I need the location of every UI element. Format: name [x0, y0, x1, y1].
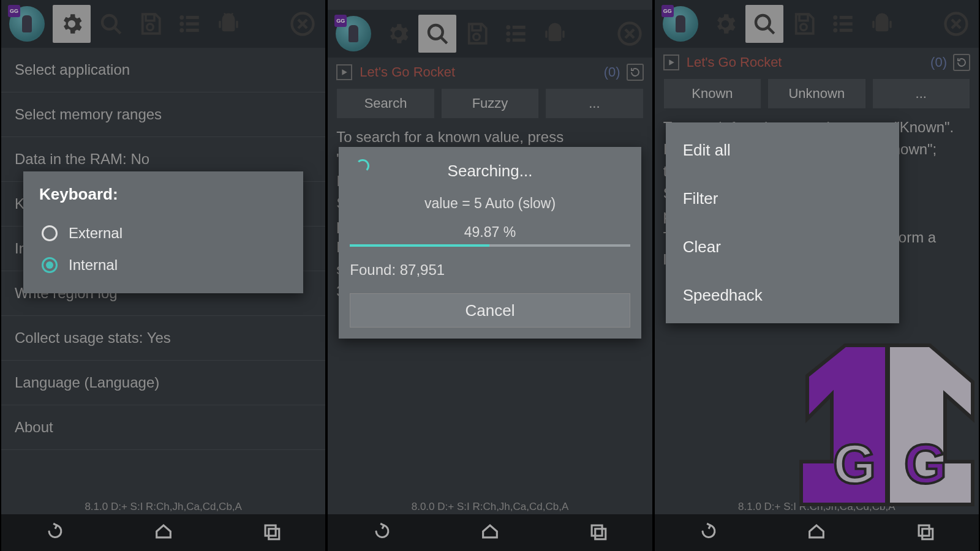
recent-icon[interactable]: [261, 521, 282, 544]
dialog-found: Found: 87,951: [350, 261, 630, 279]
setting-about[interactable]: About: [1, 405, 325, 450]
svg-point-23: [507, 25, 511, 29]
svg-line-38: [768, 28, 774, 34]
tab-known[interactable]: Known: [663, 78, 761, 109]
radio-internal[interactable]: Internal: [39, 249, 287, 281]
context-menu: Edit all Filter Clear Speedhack: [666, 122, 899, 323]
svg-rect-17: [265, 525, 276, 536]
save-icon[interactable]: [458, 15, 496, 53]
svg-rect-18: [269, 529, 279, 539]
settings-icon[interactable]: [706, 5, 744, 43]
search-icon[interactable]: [92, 5, 130, 43]
tab-search[interactable]: Search: [336, 88, 434, 119]
android-icon[interactable]: [863, 5, 901, 43]
nav-bar: [655, 514, 979, 551]
app-icon[interactable]: GG: [331, 12, 375, 56]
back-icon[interactable]: [698, 521, 719, 544]
svg-rect-47: [872, 21, 875, 28]
toolbar: GG: [328, 10, 652, 58]
radio-label: Internal: [69, 257, 118, 274]
list-icon[interactable]: [824, 5, 862, 43]
tab-row: Search Fuzzy ...: [328, 83, 652, 122]
refresh-icon[interactable]: [953, 54, 970, 71]
toolbar: GG: [1, 0, 325, 48]
dialog-value: value = 5 Auto (slow): [350, 195, 630, 212]
save-icon[interactable]: [131, 5, 169, 43]
tab-more[interactable]: ...: [545, 88, 643, 119]
svg-rect-48: [889, 21, 892, 28]
home-icon[interactable]: [153, 521, 174, 544]
settings-icon[interactable]: [379, 15, 417, 53]
list-icon[interactable]: [170, 5, 208, 43]
tab-row: Known Unknown ...: [655, 73, 979, 113]
progress-fill: [350, 244, 489, 247]
play-icon[interactable]: [336, 64, 352, 80]
dialog-title: Keyboard:: [39, 185, 287, 204]
cancel-button[interactable]: Cancel: [350, 293, 630, 328]
refresh-icon[interactable]: [627, 64, 644, 81]
setting-select-app[interactable]: Select application: [1, 48, 325, 92]
close-icon[interactable]: [611, 15, 649, 53]
tab-fuzzy[interactable]: Fuzzy: [441, 88, 539, 119]
tab-unknown[interactable]: Unknown: [767, 78, 865, 109]
list-icon[interactable]: [497, 15, 535, 53]
setting-usage-stats[interactable]: Collect usage stats: Yes: [1, 316, 325, 361]
menu-filter[interactable]: Filter: [666, 174, 899, 223]
version-line: 8.1.0 D:+ S:I R:Ch,Jh,Ca,Cd,Cb,A: [1, 498, 325, 514]
nav-bar: [328, 514, 652, 551]
svg-point-0: [102, 15, 116, 29]
settings-icon[interactable]: [53, 5, 91, 43]
tab-more[interactable]: ...: [872, 78, 970, 109]
version-line: 8.0.0 D:+ S:I R:Ch,Jh,Ca,Cd,Cb,A: [328, 498, 652, 514]
radio-label: External: [69, 225, 123, 242]
game-title-row: Let's Go Rocket (0): [655, 48, 979, 73]
svg-point-37: [756, 15, 770, 29]
svg-rect-30: [563, 31, 565, 38]
play-icon[interactable]: [663, 54, 679, 70]
android-icon[interactable]: [209, 5, 247, 43]
svg-rect-54: [922, 529, 933, 539]
setting-memory-ranges[interactable]: Select memory ranges: [1, 92, 325, 137]
android-icon[interactable]: [536, 15, 574, 53]
svg-point-41: [833, 15, 837, 20]
close-icon[interactable]: [284, 5, 322, 43]
save-icon[interactable]: [785, 5, 823, 43]
menu-edit-all[interactable]: Edit all: [666, 126, 899, 174]
svg-point-19: [429, 25, 443, 39]
keyboard-dialog: Keyboard: External Internal: [23, 171, 303, 293]
svg-rect-24: [513, 26, 526, 29]
close-icon[interactable]: [937, 5, 975, 43]
svg-point-43: [833, 22, 837, 26]
svg-rect-44: [839, 22, 852, 25]
nav-bar: [1, 514, 325, 551]
app-icon[interactable]: GG: [658, 2, 703, 46]
menu-clear[interactable]: Clear: [666, 223, 899, 271]
svg-line-1: [115, 28, 121, 34]
svg-rect-5: [186, 16, 199, 19]
svg-rect-29: [546, 31, 548, 38]
recent-icon[interactable]: [587, 521, 608, 544]
home-icon[interactable]: [806, 521, 827, 544]
toolbar: GG: [655, 0, 979, 48]
back-icon[interactable]: [45, 521, 66, 544]
recent-icon[interactable]: [914, 521, 935, 544]
search-icon[interactable]: [418, 15, 456, 53]
svg-point-22: [473, 34, 480, 40]
dialog-title: Searching...: [350, 162, 630, 181]
result-count: (0): [930, 54, 947, 70]
svg-rect-7: [186, 22, 199, 25]
svg-rect-39: [799, 14, 808, 21]
svg-marker-34: [342, 69, 347, 75]
radio-external[interactable]: External: [39, 217, 287, 249]
search-icon[interactable]: [745, 5, 783, 43]
dialog-percent: 49.87 %: [350, 224, 630, 241]
svg-point-40: [800, 24, 807, 31]
app-icon[interactable]: GG: [5, 2, 49, 46]
home-icon[interactable]: [480, 521, 500, 544]
back-icon[interactable]: [372, 521, 393, 544]
game-title: Let's Go Rocket: [687, 54, 782, 70]
svg-rect-21: [472, 24, 481, 31]
svg-marker-52: [669, 59, 674, 66]
setting-language[interactable]: Language (Language): [1, 361, 325, 405]
menu-speedhack[interactable]: Speedhack: [666, 271, 899, 320]
